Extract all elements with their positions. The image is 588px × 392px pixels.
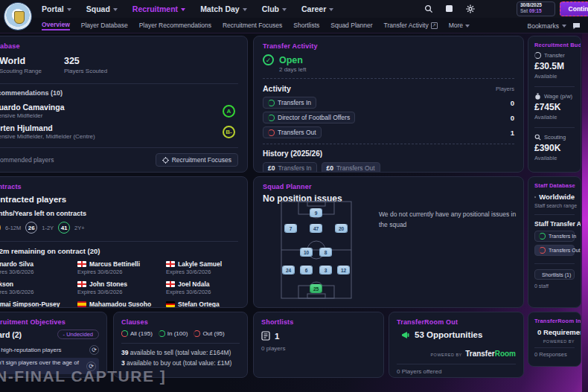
staff-transfers-in-chip[interactable]: Transfers In xyxy=(534,231,575,242)
chevron-down-icon xyxy=(282,8,287,11)
nav-club-label: Club xyxy=(262,4,279,13)
recommended-player-row[interactable]: Eduardo Camavinga Defensive Midfielder A xyxy=(0,103,238,119)
game-date-widget[interactable]: 30/8/2025 Sat 09:15 xyxy=(517,1,555,16)
tab-player-database[interactable]: Player Database xyxy=(81,22,128,29)
clauses-out-label: Out (95) xyxy=(202,330,224,337)
nav-match-day[interactable]: Match Day xyxy=(200,4,247,13)
contract-player[interactable]: John Stones Expires 30/6/2026 xyxy=(77,280,162,295)
contract-badge-2y-plus[interactable]: 41 xyxy=(58,222,70,234)
player-shirt[interactable]: 7 xyxy=(285,224,296,233)
tab-shortlists[interactable]: Shortlists xyxy=(293,22,319,29)
staff-database-card: Staff Database Worldwide Staff search ra… xyxy=(528,176,581,308)
staff-shortlists-chip[interactable]: Shortlists (1) xyxy=(534,269,575,280)
contract-player[interactable]: Jahmai Simpson-Pusey Expires 30/6/2026 xyxy=(0,301,73,308)
player-shirt[interactable]: 3 xyxy=(320,266,331,274)
player-shirt[interactable]: 20 xyxy=(336,224,347,233)
history-transfers-out-chip[interactable]: £0Transfers Out xyxy=(322,162,380,173)
player-shirt[interactable]: 6 xyxy=(301,266,312,274)
objective-pending-icon[interactable]: ⟳ xyxy=(89,345,99,355)
transfer-in-icon xyxy=(268,115,275,121)
wage-budget-value: £745K xyxy=(534,102,575,112)
nav-portal[interactable]: Portal xyxy=(42,4,71,13)
scouting-range-caption: Scouting Range xyxy=(0,68,42,74)
clauses-all-chip[interactable]: All (195) xyxy=(121,330,153,337)
topbar-icons xyxy=(424,0,475,18)
scouting-budget[interactable]: Scouting £390K Available xyxy=(534,134,575,161)
history-transfers-in-chip[interactable]: £0Transfers In xyxy=(263,162,317,173)
nav-club[interactable]: Club xyxy=(262,4,287,13)
tab-recruitment-focuses[interactable]: Recruitment Focuses xyxy=(223,22,282,29)
contract-player[interactable]: Marcus Bettinelli Expires 30/6/2026 xyxy=(77,260,162,275)
contract-expiry: Expires 30/6/2026 xyxy=(0,289,73,295)
contract-player[interactable]: Mahamadou Susoho Expires 30/6/2026 xyxy=(77,301,162,308)
contract-player[interactable]: Stefan Ortega Expires 30/6/2026 xyxy=(166,301,248,308)
player-shirt[interactable]: 47 xyxy=(310,224,322,233)
search-icon[interactable] xyxy=(424,4,433,13)
buyout-text: available to buy out (total value: £1M) xyxy=(125,359,232,367)
contract-badge-6-12m[interactable]: 20 xyxy=(0,222,1,234)
shortlists-count[interactable]: 1 xyxy=(275,332,279,341)
megaphone-icon xyxy=(401,331,410,339)
flag-england-icon xyxy=(166,261,175,267)
clauses-in-chip[interactable]: In (100) xyxy=(159,330,188,337)
clauses-in-label: In (100) xyxy=(167,330,188,337)
player-shirt[interactable]: 10 xyxy=(301,248,312,257)
bookmarks-menu[interactable]: Bookmarks xyxy=(527,22,566,30)
player-name: Lakyle Samuel xyxy=(178,260,222,268)
window-open-check-icon: ✓ xyxy=(263,54,274,65)
players-scouted-value: 325 xyxy=(64,56,107,66)
nav-squad[interactable]: Squad xyxy=(86,4,118,13)
scouting-budget-caption: Available xyxy=(534,155,575,161)
contract-length-badges: 20 6-12M 26 1-2Y 41 2Y+ xyxy=(0,222,238,234)
activity-row[interactable]: Transfers Out 1 xyxy=(263,126,514,138)
player-shirt[interactable]: 12 xyxy=(338,266,349,274)
formation-pitch[interactable]: 9 7 47 20 10 8 24 6 3 12 25 xyxy=(281,201,352,299)
contract-player[interactable]: Dickson Expires 30/6/2026 xyxy=(0,280,73,295)
contract-player[interactable]: Joel Ndala Expires 30/6/2026 xyxy=(166,280,248,295)
player-shirt[interactable]: 9 xyxy=(310,208,322,217)
undecided-status-chip[interactable]: - Undecided xyxy=(57,330,99,339)
tab-overview[interactable]: Overview xyxy=(42,21,70,30)
budgets-card-title: Recruitment Budgets xyxy=(534,42,575,48)
tab-squad-planner[interactable]: Squad Planner xyxy=(330,22,372,29)
clauses-out-chip[interactable]: Out (95) xyxy=(194,330,224,337)
activity-row[interactable]: Director of Football Offers 0 xyxy=(263,112,514,123)
transfer-budget[interactable]: Transfer £30.5M Available xyxy=(534,52,575,80)
nav-recruitment[interactable]: Recruitment xyxy=(132,4,185,13)
chevron-down-icon xyxy=(465,25,470,28)
recommended-players-link[interactable]: Recommended players xyxy=(0,156,54,164)
player-name: Bernardo Silva xyxy=(0,260,33,268)
contract-player[interactable]: Lakyle Samuel Expires 30/6/2026 xyxy=(166,260,248,275)
staff-transfers-out-chip[interactable]: Transfers Out xyxy=(534,245,575,256)
wage-moneybag-icon xyxy=(534,93,541,100)
squad-planner-card: Squad Planner No position issues 9 7 47 xyxy=(253,176,524,308)
objective-row[interactable]: Sign high-reputation players ⟳ xyxy=(0,345,99,355)
club-crest-logo[interactable] xyxy=(4,2,32,30)
player-shirt[interactable]: 24 xyxy=(283,266,294,274)
nav-match-day-label: Match Day xyxy=(200,4,240,13)
staff-search-range-value[interactable]: Worldwide xyxy=(539,193,575,201)
database-card: Database World Scouting Range 325 Player… xyxy=(0,36,248,173)
notes-icon[interactable] xyxy=(445,4,454,13)
player-name: John Stones xyxy=(89,280,127,288)
requirements-count[interactable]: 0 Requirements xyxy=(537,328,581,336)
continue-button[interactable]: Continue xyxy=(560,1,588,16)
wage-budget[interactable]: Wage (p/w) £745K Available xyxy=(534,93,575,121)
chevron-down-icon xyxy=(67,8,71,11)
chat-icon[interactable] xyxy=(572,22,581,30)
opportunities-count[interactable]: 53 Opportunities xyxy=(415,330,482,339)
nav-career[interactable]: Career xyxy=(301,4,333,13)
gear-icon[interactable] xyxy=(466,4,475,13)
player-shirt[interactable]: 8 xyxy=(320,248,331,257)
activity-row[interactable]: Transfers In 0 xyxy=(263,97,514,109)
recruitment-focuses-button[interactable]: Recruitment Focuses xyxy=(156,153,238,167)
external-link-icon: ↗ xyxy=(431,22,438,29)
tab-player-recommendations[interactable]: Player Recommendations xyxy=(139,22,211,29)
recommended-player-row[interactable]: Morten Hjulmand Defensive Midfielder, Mi… xyxy=(0,123,238,140)
contract-player[interactable]: Bernardo Silva Expires 30/6/2026 xyxy=(0,260,73,275)
tab-more[interactable]: More xyxy=(449,22,470,29)
contract-badge-1-2y[interactable]: 26 xyxy=(25,222,37,234)
transferroom-brand: Transfer xyxy=(465,350,494,358)
goalkeeper-shirt[interactable]: 25 xyxy=(310,284,322,293)
tab-transfer-activity[interactable]: Transfer Activity↗ xyxy=(384,22,438,29)
